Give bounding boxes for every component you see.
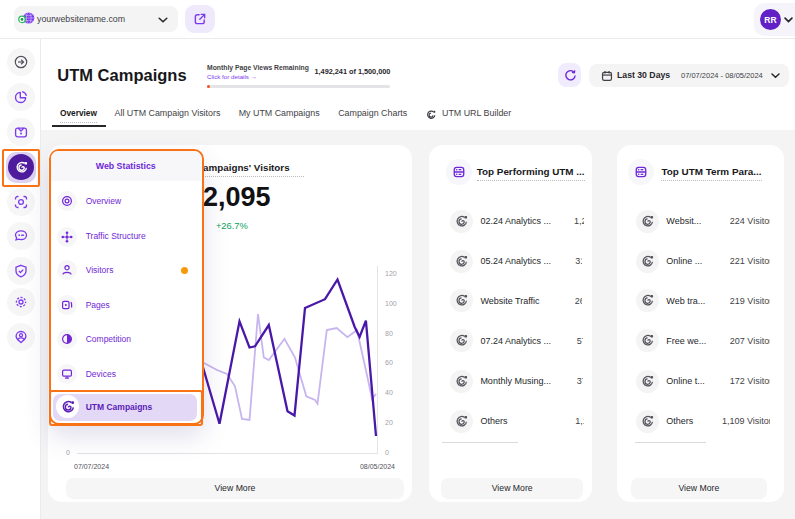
svg-text:0: 0 xyxy=(66,449,70,456)
svg-text:60: 60 xyxy=(385,359,393,366)
svg-text:20: 20 xyxy=(385,419,393,426)
svg-text:0: 0 xyxy=(385,449,389,456)
svg-text:100: 100 xyxy=(385,300,397,307)
svg-text:08/05/2024: 08/05/2024 xyxy=(360,463,395,470)
svg-text:07/07/2024: 07/07/2024 xyxy=(74,463,109,470)
svg-text:40: 40 xyxy=(385,389,393,396)
svg-text:120: 120 xyxy=(385,270,397,277)
svg-text:80: 80 xyxy=(385,330,393,337)
